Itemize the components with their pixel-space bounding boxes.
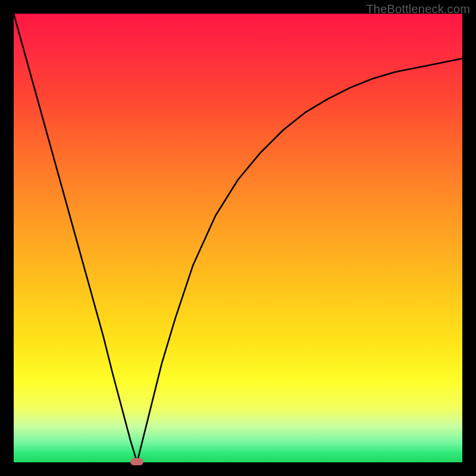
curve-path [14,14,462,462]
plot-area [14,14,462,462]
chart-frame: TheBottleneck.com [0,0,476,476]
bottleneck-curve [14,14,462,462]
attribution-text: TheBottleneck.com [366,2,470,16]
minimum-marker [130,458,143,465]
